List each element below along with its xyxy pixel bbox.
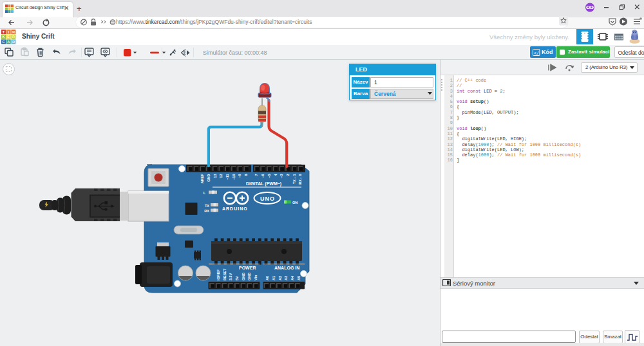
svg-text:A2: A2 [278,276,282,280]
svg-text:~6: ~6 [261,174,265,178]
svg-text:TX: TX [205,204,209,208]
svg-text:~11: ~11 [225,174,229,180]
svg-text:A: A [7,40,10,44]
svg-text:</: </ [534,51,539,55]
svg-text:C: C [3,40,5,44]
svg-text:AREF: AREF [200,174,204,184]
svg-text:GND: GND [242,273,245,280]
svg-text:K: K [3,35,5,39]
svg-text:~9: ~9 [238,174,242,178]
svg-text:~5: ~5 [267,174,271,178]
svg-text:12: 12 [219,174,223,178]
svg-text:3.3V: 3.3V [229,273,232,280]
svg-text:ARDUINO: ARDUINO [222,206,248,211]
svg-text:~3: ~3 [279,174,283,178]
svg-text:D: D [12,40,15,44]
svg-text:RX: RX [204,209,209,213]
svg-text:A5: A5 [297,276,301,280]
svg-text:GND: GND [247,273,251,280]
svg-text:A1: A1 [272,276,276,280]
svg-text:13: 13 [213,174,217,178]
svg-text:Vin: Vin [254,275,258,280]
svg-text:UNO: UNO [260,196,275,202]
svg-text:GND: GND [207,174,211,181]
svg-text:A0: A0 [265,276,269,280]
svg-text:N: N [12,30,15,34]
svg-text:TX→1: TX→1 [292,174,296,185]
svg-text:ON: ON [292,201,298,205]
svg-text:IOREF: IOREF [216,269,220,280]
svg-text:~10: ~10 [232,174,236,180]
svg-text:7: 7 [254,174,258,176]
svg-text:A3: A3 [284,276,288,280]
svg-text:8: 8 [244,174,248,176]
svg-text:5V: 5V [235,276,239,280]
svg-text:POWER: POWER [239,266,256,270]
svg-text:ANALOG IN: ANALOG IN [274,266,299,270]
svg-text:E: E [7,35,10,39]
svg-text:R: R [12,35,15,39]
svg-text:RESET: RESET [223,268,227,280]
svg-text:RX←0: RX←0 [298,174,302,185]
svg-text:DIGITAL (PWM~): DIGITAL (PWM~) [246,181,281,187]
svg-text:2: 2 [286,174,290,176]
svg-text:A4: A4 [290,275,294,280]
